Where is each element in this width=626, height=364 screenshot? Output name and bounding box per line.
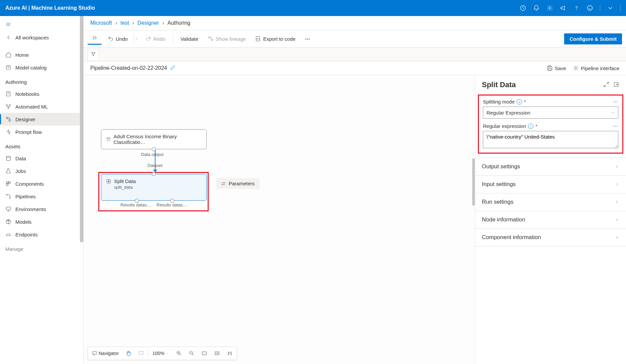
svg-rect-17	[6, 207, 10, 210]
parameters-button[interactable]: Parameters	[216, 178, 259, 189]
pipeline-canvas[interactable]: Adult Census Income Binary Classificatio…	[84, 75, 475, 364]
pan-button[interactable]	[123, 348, 134, 358]
graph-tab[interactable]	[88, 49, 99, 60]
catalog-icon	[5, 64, 11, 70]
fit-screen-button[interactable]	[199, 348, 210, 358]
splitting-mode-select[interactable]: Regular Expression	[483, 107, 618, 119]
undo-dropdown[interactable]	[134, 34, 139, 44]
app-title: Azure AI | Machine Learning Studio	[5, 5, 95, 11]
navigator-button[interactable]: Navigator	[89, 349, 121, 358]
properties-panel: Split Data Splitting mode i * ⋯	[475, 75, 626, 364]
port-label: Results datas…	[156, 202, 187, 207]
svg-rect-10	[9, 120, 11, 122]
form-highlight-box: Splitting mode i * ⋯ Regular Expression …	[478, 95, 623, 154]
pipelines-icon	[5, 193, 11, 199]
field-more-icon[interactable]: ⋯	[613, 99, 618, 105]
popout-icon[interactable]	[613, 81, 619, 88]
edge-label: Dataset	[147, 163, 163, 168]
accordion-input-settings[interactable]: Input settings	[475, 175, 626, 193]
megaphone-icon[interactable]	[560, 5, 566, 11]
nav-automated-ml[interactable]: Automated ML	[0, 100, 83, 113]
accordion-component-info[interactable]: Component information	[475, 228, 626, 246]
more-button[interactable]: ⋯	[302, 34, 314, 44]
help-icon[interactable]	[573, 5, 580, 11]
header-icon-group	[520, 5, 621, 11]
nav-section-assets: Assets	[0, 138, 83, 152]
nav-home[interactable]: Home	[0, 48, 83, 61]
accordion-output-settings[interactable]: Output settings	[475, 158, 626, 175]
nav-model-catalog[interactable]: Model catalog	[0, 61, 83, 74]
svg-point-2	[577, 10, 577, 10]
nav-pipelines[interactable]: Pipelines	[0, 190, 83, 203]
configure-submit-button[interactable]: Configure & Submit	[564, 33, 622, 44]
edit-name-button[interactable]	[170, 65, 176, 71]
regex-input[interactable]: \"native-country" United-States	[483, 131, 618, 148]
svg-rect-31	[93, 352, 97, 354]
auto-layout-button[interactable]	[224, 348, 235, 358]
export-code-button[interactable]: Export to code	[252, 34, 299, 44]
svg-rect-36	[215, 352, 219, 355]
nav-data[interactable]: Data	[0, 152, 83, 165]
accordion-node-info[interactable]: Node information	[475, 211, 626, 228]
chevron-down-icon[interactable]	[607, 5, 614, 11]
pipeline-interface-button[interactable]: Pipeline interface	[573, 65, 619, 71]
expand-icon[interactable]	[603, 81, 609, 88]
save-button[interactable]: Save	[547, 65, 566, 71]
nav-components[interactable]: Components	[0, 177, 83, 190]
sidebar-scrollbar[interactable]	[80, 16, 83, 242]
nav-endpoints[interactable]: Endpoints	[0, 228, 83, 241]
breadcrumb-root[interactable]: Microsoft	[90, 20, 112, 26]
gear-icon[interactable]	[546, 5, 553, 11]
zoom-out-button[interactable]	[186, 348, 197, 358]
svg-point-1	[549, 7, 551, 9]
nav-environments[interactable]: Environments	[0, 203, 83, 215]
input-port[interactable]	[152, 172, 156, 176]
canvas-node-dataset[interactable]: Adult Census Income Binary Classificatio…	[101, 129, 207, 149]
tab-strip	[84, 47, 626, 61]
breadcrumb-workspace[interactable]: test	[120, 20, 129, 26]
validate-button[interactable]: Validate	[177, 34, 202, 44]
main-area: Microsoft › test › Designer › Authoring …	[84, 16, 626, 364]
expand-panel-button[interactable]	[88, 33, 102, 45]
svg-point-27	[107, 138, 110, 139]
svg-rect-32	[139, 351, 143, 354]
nav-notebooks[interactable]: Notebooks	[0, 87, 83, 100]
svg-point-23	[93, 55, 94, 56]
clock-icon[interactable]	[520, 5, 526, 11]
smiley-icon[interactable]	[587, 5, 593, 11]
canvas-scrollbar[interactable]	[472, 159, 475, 205]
svg-point-6	[6, 105, 7, 106]
splitting-mode-label: Splitting mode	[483, 99, 515, 105]
required-mark: *	[535, 123, 537, 129]
nav-prompt-flow[interactable]: Prompt flow	[0, 126, 83, 138]
zoom-level[interactable]: 100%	[150, 348, 172, 358]
svg-rect-12	[6, 182, 8, 183]
actual-size-button[interactable]	[211, 348, 223, 358]
info-icon[interactable]: i	[528, 124, 533, 129]
svg-rect-35	[202, 352, 206, 355]
nav-models[interactable]: Models	[0, 215, 83, 228]
nav-all-workspaces[interactable]: All workspaces	[0, 31, 83, 44]
svg-point-16	[9, 197, 10, 198]
select-button[interactable]	[135, 348, 147, 358]
canvas-bottom-toolbar: Navigator 100%	[88, 347, 237, 360]
zoom-in-button[interactable]	[173, 348, 185, 358]
bell-icon[interactable]	[533, 5, 540, 11]
undo-button[interactable]: Undo	[104, 34, 131, 44]
svg-rect-14	[6, 184, 8, 186]
nav-jobs[interactable]: Jobs	[0, 165, 83, 177]
nav-hamburger[interactable]	[0, 19, 83, 31]
promptflow-icon	[5, 129, 11, 135]
breadcrumb-section[interactable]: Designer	[137, 20, 159, 26]
svg-rect-13	[9, 182, 10, 183]
toolbar: Undo Redo Validate Show lineage Export t…	[84, 30, 626, 47]
components-icon	[5, 181, 11, 187]
chevron-right-icon: ›	[132, 20, 134, 26]
accordion-run-settings[interactable]: Run settings	[475, 193, 626, 211]
nav-section-authoring: Authoring	[0, 74, 83, 87]
svg-point-7	[9, 105, 10, 106]
nav-designer[interactable]: Designer	[0, 113, 83, 126]
info-icon[interactable]: i	[517, 99, 522, 105]
field-more-icon[interactable]: ⋯	[613, 124, 618, 129]
canvas-node-split-data[interactable]: Split Data split_data	[101, 174, 207, 201]
